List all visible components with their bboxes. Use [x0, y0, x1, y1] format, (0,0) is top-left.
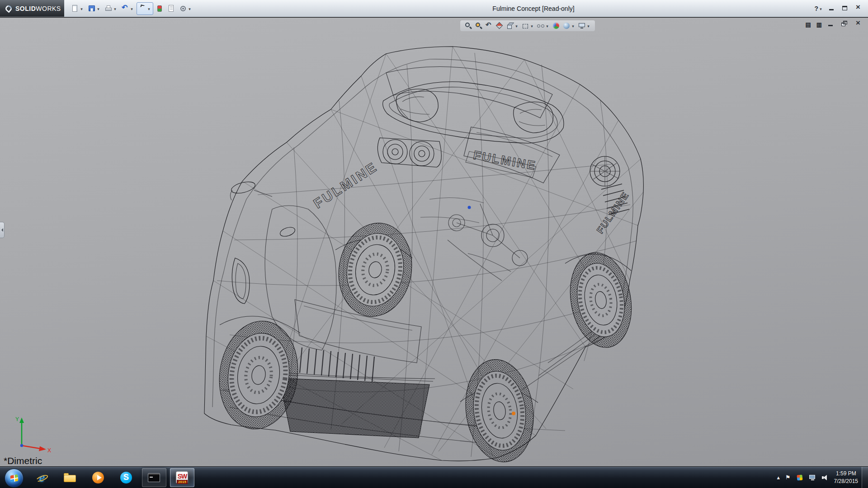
help-button[interactable]: ? [813, 5, 824, 13]
apply-scene-button[interactable] [562, 22, 576, 30]
display-style-button[interactable] [521, 22, 535, 30]
featuremanager-collapse-tab[interactable] [0, 222, 5, 238]
volume-tray-icon[interactable] [821, 474, 829, 481]
win-max-icon [841, 5, 849, 13]
taskbar-clock[interactable]: 1:59 PM 7/28/2015 [834, 470, 858, 484]
file-properties-button[interactable] [166, 2, 177, 15]
media-player-button[interactable] [86, 468, 110, 487]
skype-button[interactable]: S [114, 468, 138, 487]
show-display-pane-button[interactable]: ▥ [816, 21, 823, 28]
zoom-to-fit-button[interactable] [464, 22, 473, 30]
taskbar: e S [0, 466, 868, 488]
appearance-icon [552, 22, 560, 30]
wmp-icon [91, 470, 105, 485]
car-decal-left: FULMINE [311, 159, 380, 211]
save-button[interactable] [86, 2, 102, 15]
close-window-button[interactable] [854, 5, 863, 13]
dropdown-arrow[interactable] [96, 5, 101, 13]
titlebar-controls: ? [813, 0, 863, 17]
print-icon [104, 5, 113, 13]
winupdate-icon [796, 474, 803, 481]
title-bar: SOLIDWORKS [0, 0, 868, 17]
dropdown-arrow[interactable] [113, 5, 118, 13]
display-icon [809, 474, 816, 481]
start-button[interactable] [5, 469, 24, 488]
document-window-controls: ▤ ▥ [804, 20, 863, 28]
close-document-button[interactable] [854, 20, 863, 28]
hide-show-items-button[interactable] [536, 22, 550, 30]
main-toolbar [70, 2, 193, 15]
dropdown-arrow[interactable] [129, 5, 134, 13]
wireframe-car-model: FULMINE FULMINE FULMINE [203, 46, 651, 466]
dropdown-arrow[interactable] [586, 22, 591, 30]
graphics-viewport[interactable]: ▤ ▥ [0, 18, 868, 466]
brand-text: SOLIDWORKS [15, 5, 61, 12]
command-prompt-button[interactable] [142, 468, 166, 487]
solidworks-icon: SW 2015 [175, 470, 189, 485]
edit-appearance-button[interactable] [552, 22, 561, 30]
heads-up-view-toolbar [460, 20, 595, 31]
zoom-area-icon [475, 22, 483, 30]
solidworks-button[interactable]: SW 2015 [170, 468, 194, 487]
dropdown-arrow[interactable] [571, 22, 576, 30]
show-featuremanager-pane-button[interactable]: ▤ [804, 21, 811, 28]
display-tray-icon[interactable] [809, 474, 816, 481]
dropdown-arrow[interactable] [187, 5, 192, 13]
restore-document-button[interactable] [840, 20, 850, 28]
view-orientation-icon [506, 22, 514, 30]
dropdown-arrow[interactable] [514, 22, 519, 30]
volume-icon [821, 474, 829, 481]
triad-z-origin [20, 444, 23, 447]
tray-expand-button[interactable]: ▴ [777, 474, 780, 481]
internet-explorer-button[interactable]: e [30, 468, 54, 487]
win-restore-icon [841, 20, 849, 28]
new-document-button[interactable] [70, 2, 85, 15]
undo-button[interactable] [120, 2, 136, 15]
win-min-icon [827, 20, 835, 28]
options-button[interactable] [178, 2, 193, 15]
sketch-point-blue [468, 206, 471, 209]
system-tray: ▴ ⚑ [777, 474, 828, 481]
rebuild-button[interactable] [154, 2, 165, 15]
wheel-rear-right [563, 248, 639, 352]
view-orientation-button[interactable] [505, 22, 519, 30]
dropdown-arrow[interactable] [545, 22, 550, 30]
dropdown-arrow[interactable] [818, 5, 823, 13]
win-close-icon [854, 5, 863, 13]
dropdown-arrow[interactable] [79, 5, 84, 13]
windows-update-tray-icon[interactable] [796, 474, 803, 481]
dropdown-arrow[interactable] [529, 22, 534, 30]
print-button[interactable] [103, 2, 119, 15]
minimize-window-button[interactable] [827, 5, 837, 13]
wheel-front-right [459, 355, 540, 466]
show-desktop-button[interactable] [862, 467, 868, 488]
minimize-document-button[interactable] [826, 20, 836, 28]
rebuild-icon [156, 5, 164, 13]
solidworks-logo: SOLIDWORKS [0, 0, 64, 17]
previous-view-icon [485, 22, 493, 30]
solidworks-window: SOLIDWORKS [0, 0, 868, 488]
save-icon [88, 5, 96, 13]
explorer-icon [63, 470, 77, 485]
view-settings-button[interactable] [577, 22, 591, 30]
section-view-button[interactable] [495, 22, 504, 30]
maximize-window-button[interactable] [840, 5, 850, 13]
windows-explorer-button[interactable] [58, 468, 82, 487]
clock-time: 1:59 PM [834, 470, 858, 477]
win-min-icon [828, 5, 836, 13]
win-close-icon [854, 20, 863, 28]
display-style-icon [521, 22, 529, 30]
dropdown-arrow[interactable] [146, 5, 151, 13]
file-properties-icon [167, 5, 175, 13]
view-settings-icon [578, 22, 586, 30]
select-button[interactable] [137, 2, 153, 15]
clock-date: 7/28/2015 [834, 478, 858, 485]
action-center-button[interactable]: ⚑ [785, 474, 791, 481]
sketch-point-orange [512, 412, 515, 415]
new-document-icon [71, 5, 79, 13]
zoom-to-area-button[interactable] [474, 22, 483, 30]
previous-view-button[interactable] [485, 22, 494, 30]
cmd-icon [147, 470, 161, 485]
window-title: Fulmine Concept [Read-only] [492, 0, 574, 17]
triad-x-arrowhead [39, 446, 46, 451]
